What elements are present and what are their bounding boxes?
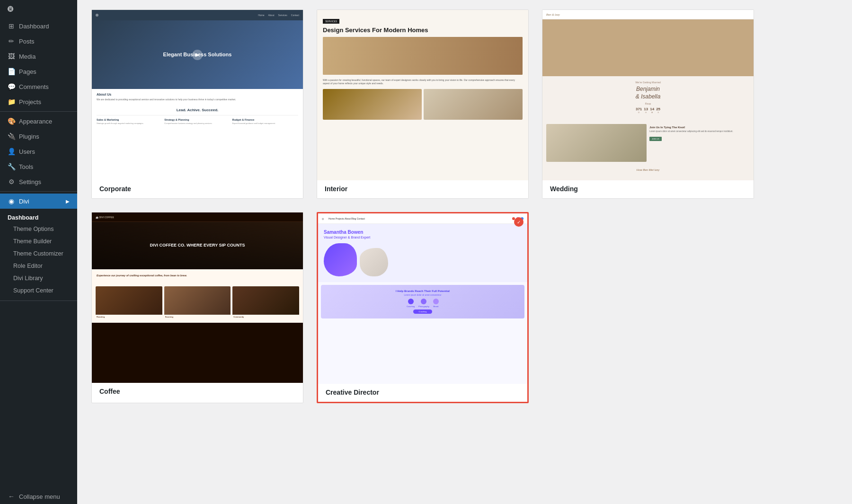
theme-screenshot-creative: ◎ Home Projects About Blog Contact Saman… (318, 213, 527, 384)
sidebar-item-label: Divi (19, 198, 29, 205)
sidebar-item-dashboard[interactable]: ⊞ Dashboard (0, 18, 77, 34)
divi-theme-builder-link[interactable]: Theme Builder (0, 235, 77, 248)
coffee-gallery: Roasting Sourcing Community (92, 283, 303, 323)
projects-icon: 📁 (8, 98, 15, 106)
theme-card-wedding[interactable]: Ben & Izzy We're Getting Married Benjami… (542, 9, 754, 199)
sidebar-item-divi[interactable]: ◉ Divi ▶ (0, 194, 77, 209)
interior-tag: SERVICES (323, 19, 339, 24)
theme-card-interior[interactable]: SERVICES Design Services For Modern Home… (317, 9, 529, 199)
sidebar-item-appearance[interactable]: 🎨 Appearance (0, 114, 77, 129)
sidebar-item-label: Posts (19, 38, 35, 45)
corporate-nav-logo-dot (96, 14, 98, 17)
divi-submenu: Dashboard Theme Options Theme Builder Th… (0, 209, 77, 299)
wp-icon: 🅦 (8, 6, 14, 13)
theme-card-corporate[interactable]: Home About Services Contact Elegant Busi… (91, 9, 303, 199)
wedding-countdown: 371 D 13 H 14 M (547, 107, 749, 114)
interior-title: Design Services For Modern Homes (323, 27, 523, 34)
theme-screenshot-wedding: Ben & Izzy We're Getting Married Benjami… (542, 10, 754, 180)
sidebar-item-users[interactable]: 👤 Users (0, 144, 77, 159)
countdown-minutes: 14 M (650, 107, 654, 114)
sidebar-item-comments[interactable]: 💬 Comments (0, 79, 77, 94)
corporate-play-btn: ▶ (192, 50, 203, 60)
corporate-preview: Home About Services Contact Elegant Busi… (92, 10, 303, 180)
coffee-preview: ☕ DIVI COFFEE DIVI COFFEE CO. WHERE EVER… (92, 212, 303, 383)
sidebar-item-posts[interactable]: ✏ Posts (0, 34, 77, 49)
sidebar: 🅦 ⊞ Dashboard ✏ Posts 🖼 Media 📄 Pages 💬 … (0, 0, 77, 504)
corporate-about: About Us We are dedicated to providing e… (92, 89, 303, 105)
corporate-about-text: We are dedicated to providing exceptiona… (97, 98, 298, 101)
interior-hero-img (323, 37, 523, 75)
creative-preview: ◎ Home Projects About Blog Contact Saman… (318, 213, 527, 384)
wedding-names: Benjamin& Isabella (547, 86, 749, 100)
coffee-gallery-label-3: Community (232, 315, 299, 319)
media-icon: 🖼 (8, 53, 15, 60)
theme-card-creative-director[interactable]: ◎ Home Projects About Blog Contact Saman… (317, 212, 529, 403)
divi-icon: ◉ (8, 197, 15, 205)
corporate-motto: Lead. Achive. Succeed. (97, 105, 298, 115)
interior-desc: With a passion for creating beautiful, f… (323, 79, 523, 85)
corporate-col-3: Budget & Finance Expert financial guidan… (232, 118, 298, 124)
coffee-gallery-item-1: Roasting (96, 286, 162, 319)
posts-icon: ✏ (8, 37, 15, 45)
interior-gallery (323, 89, 523, 120)
divi-dashboard-link[interactable]: Dashboard (0, 211, 77, 223)
creative-hero-name: Samantha Bowen (324, 230, 522, 235)
coffee-gallery-img-1 (96, 286, 162, 315)
appearance-icon: 🎨 (8, 117, 15, 125)
wp-logo: 🅦 (0, 0, 77, 18)
divi-arrow-icon: ▶ (66, 199, 70, 204)
theme-name-interior: Interior (317, 180, 528, 198)
theme-name-corporate: Corporate (92, 180, 303, 198)
corporate-col-2: Strategy & Planning Comprehensive busine… (164, 118, 230, 124)
countdown-days: 371 D (636, 107, 642, 114)
creative-lower-title: I Help Brands Reach Their Full Potential (326, 290, 520, 292)
sidebar-item-label: Projects (19, 98, 41, 106)
coffee-hero-text: DIVI COFFEE CO. WHERE EVERY SIP COUNTS (150, 243, 245, 248)
sidebar-item-label: Media (19, 53, 36, 60)
coffee-gallery-item-3: Community (232, 286, 299, 319)
collapse-label: Collapse menu (19, 493, 60, 500)
divi-theme-customizer-link[interactable]: Theme Customizer (0, 248, 77, 260)
wedding-join-text: Lorem ipsum dolor sit amet consectetur a… (649, 130, 750, 133)
plugins-icon: 🔌 (8, 133, 15, 140)
divi-theme-options-link[interactable]: Theme Options (0, 223, 77, 235)
theme-name-creative-director: Creative Director (318, 384, 527, 402)
wedding-hero-photo (542, 19, 754, 76)
sidebar-item-plugins[interactable]: 🔌 Plugins (0, 129, 77, 144)
coffee-desc-text: Experience our journey of crafting excep… (97, 274, 298, 278)
coffee-gallery-label-2: Sourcing (164, 315, 231, 319)
creative-service-3: Brand (433, 299, 439, 308)
coffee-desc-section: Experience our journey of crafting excep… (92, 269, 303, 283)
dashboard-icon: ⊞ (8, 22, 15, 30)
theme-screenshot-interior: SERVICES Design Services For Modern Home… (317, 10, 528, 180)
divi-role-editor-link[interactable]: Role Editor (0, 260, 77, 272)
wedding-footer-text: How Ben Met Izzy (542, 166, 754, 174)
sidebar-item-tools[interactable]: 🔧 Tools (0, 159, 77, 174)
divider-3 (0, 301, 77, 301)
service-icon-2 (421, 299, 426, 304)
creative-lower-card: I Help Brands Reach Their Full Potential… (321, 285, 524, 318)
divider-1 (0, 111, 77, 112)
sidebar-item-pages[interactable]: 📄 Pages (0, 64, 77, 79)
corporate-nav-items: Home About Services Contact (258, 14, 299, 17)
divi-library-link[interactable]: Divi Library (0, 272, 77, 284)
sidebar-item-projects[interactable]: 📁 Projects (0, 94, 77, 109)
divi-support-link[interactable]: Support Center (0, 284, 77, 297)
selected-check-icon: ✓ (514, 217, 524, 227)
coffee-gallery-item-2: Sourcing (164, 286, 231, 319)
collapse-menu-button[interactable]: ← Collapse menu (0, 489, 77, 504)
pages-icon: 📄 (8, 68, 15, 75)
corporate-about-title: About Us (97, 93, 298, 96)
wedding-cta-button[interactable]: JOIN US (649, 137, 662, 141)
sidebar-item-label: Appearance (19, 118, 52, 125)
theme-card-coffee[interactable]: ☕ DIVI COFFEE DIVI COFFEE CO. WHERE EVER… (91, 212, 303, 403)
creative-cta-button[interactable]: Coaching (413, 309, 432, 314)
coffee-gallery-label-1: Roasting (96, 315, 162, 319)
corporate-col-1: Sales & Marketing Strategic growth throu… (97, 118, 162, 124)
sidebar-item-media[interactable]: 🖼 Media (0, 49, 77, 64)
settings-icon: ⚙ (8, 178, 15, 186)
creative-service-1: Coaching (407, 299, 415, 308)
users-icon: 👤 (8, 148, 15, 155)
wedding-hero (542, 19, 754, 76)
sidebar-item-settings[interactable]: ⚙ Settings (0, 174, 77, 189)
